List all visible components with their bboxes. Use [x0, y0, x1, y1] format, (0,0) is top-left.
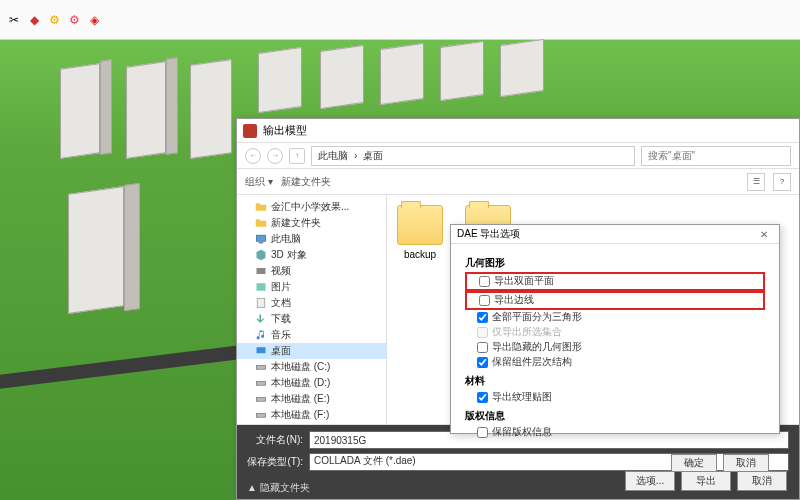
- tree-item[interactable]: 本地磁盘 (F:): [237, 407, 386, 423]
- new-folder-button[interactable]: 新建文件夹: [281, 175, 331, 189]
- close-icon[interactable]: ✕: [755, 225, 773, 243]
- tree-item[interactable]: 新建文件夹: [237, 215, 386, 231]
- svg-rect-3: [257, 283, 266, 291]
- option-checkbox-row[interactable]: 保留组件层次结构: [465, 355, 765, 370]
- export-title: 输出模型: [263, 123, 307, 138]
- scissors-icon[interactable]: ✂: [6, 12, 22, 28]
- export-titlebar: 输出模型: [237, 119, 799, 143]
- tree-item[interactable]: 本地磁盘 (E:): [237, 391, 386, 407]
- nav-up-icon[interactable]: ↑: [289, 148, 305, 164]
- building: [500, 39, 544, 97]
- options-title: DAE 导出选项: [457, 227, 520, 241]
- filetype-label: 保存类型(T):: [247, 455, 303, 469]
- options-titlebar: DAE 导出选项 ✕: [451, 225, 779, 244]
- checkbox-label: 保留组件层次结构: [492, 355, 572, 369]
- tree-item[interactable]: 桌面: [237, 343, 386, 359]
- tree-item[interactable]: 图片: [237, 279, 386, 295]
- credit-header: 版权信息: [465, 409, 765, 423]
- organize-dropdown[interactable]: 组织 ▾: [245, 175, 273, 189]
- dae-options-dialog: DAE 导出选项 ✕ 几何图形 导出双面平面导出边线全部平面分为三角形仅导出所选…: [450, 224, 780, 434]
- red-gem-icon[interactable]: ◈: [86, 12, 102, 28]
- tree-item-label: 本地磁盘 (C:): [271, 360, 330, 374]
- checkbox-label: 全部平面分为三角形: [492, 310, 582, 324]
- material-header: 材料: [465, 374, 765, 388]
- tree-item-label: 桌面: [271, 344, 291, 358]
- tree-item-label: 3D 对象: [271, 248, 307, 262]
- checkbox[interactable]: [477, 312, 488, 323]
- checkbox[interactable]: [479, 295, 490, 306]
- nav-fwd-icon[interactable]: →: [267, 148, 283, 164]
- building: [190, 59, 232, 159]
- folder-icon: [397, 205, 443, 245]
- checkbox[interactable]: [477, 357, 488, 368]
- tree-item[interactable]: 下载: [237, 311, 386, 327]
- option-checkbox-row[interactable]: 导出双面平面: [465, 272, 765, 291]
- folder-item[interactable]: backup: [397, 205, 443, 260]
- option-checkbox-row[interactable]: 导出纹理贴图: [465, 390, 765, 405]
- view-mode-button[interactable]: ☰: [747, 173, 765, 191]
- checkbox-label: 仅导出所选集合: [492, 325, 562, 339]
- tree-item[interactable]: 本地磁盘 (D:): [237, 375, 386, 391]
- checkbox[interactable]: [479, 276, 490, 287]
- tree-item-label: 新建文件夹: [271, 216, 321, 230]
- building: [258, 47, 302, 113]
- svg-rect-5: [257, 347, 266, 353]
- checkbox-label: 导出双面平面: [494, 274, 554, 288]
- option-checkbox-row[interactable]: 保留版权信息: [465, 425, 765, 440]
- svg-rect-6: [257, 366, 266, 370]
- path-row: ← → ↑ 此电脑 › 桌面: [237, 143, 799, 169]
- checkbox-label: 导出边线: [494, 293, 534, 307]
- tree-item[interactable]: 本地磁盘 (C:): [237, 359, 386, 375]
- svg-rect-9: [257, 414, 266, 418]
- nav-back-icon[interactable]: ←: [245, 148, 261, 164]
- building: [124, 183, 140, 311]
- tree-item-label: 金汇中小学效果...: [271, 200, 349, 214]
- toolbar-row: 组织 ▾ 新建文件夹 ☰ ?: [237, 169, 799, 195]
- pink-gear-icon[interactable]: ⚙: [66, 12, 82, 28]
- folder-label: backup: [404, 249, 436, 260]
- red-diamond-icon[interactable]: ◆: [26, 12, 42, 28]
- svg-rect-4: [257, 299, 265, 308]
- checkbox: [477, 327, 488, 338]
- tree-item[interactable]: 3D 对象: [237, 247, 386, 263]
- filename-label: 文件名(N):: [247, 433, 303, 447]
- yellow-gear-icon[interactable]: ⚙: [46, 12, 62, 28]
- main-toolbar: ✂ ◆ ⚙ ⚙ ◈: [0, 0, 800, 40]
- option-checkbox-row[interactable]: 导出边线: [465, 291, 765, 310]
- tree-item-label: 本地磁盘 (F:): [271, 408, 329, 422]
- options-buttons: 确定 取消: [451, 448, 779, 478]
- building: [440, 41, 484, 101]
- checkbox[interactable]: [477, 342, 488, 353]
- checkbox[interactable]: [477, 427, 488, 438]
- building: [60, 63, 100, 159]
- help-button[interactable]: ?: [773, 173, 791, 191]
- tree-item-label: 音乐: [271, 328, 291, 342]
- tree-item-label: 图片: [271, 280, 291, 294]
- tree-item[interactable]: 文档: [237, 295, 386, 311]
- svg-rect-7: [257, 382, 266, 386]
- tree-item-label: 此电脑: [271, 232, 301, 246]
- svg-rect-1: [259, 242, 264, 244]
- tree-item-label: 下载: [271, 312, 291, 326]
- chevron-right-icon: ›: [354, 150, 357, 161]
- tree-item[interactable]: 金汇中小学效果...: [237, 199, 386, 215]
- breadcrumb-seg: 桌面: [363, 149, 383, 163]
- cancel-button[interactable]: 取消: [723, 454, 769, 472]
- sketchup-icon: [243, 124, 257, 138]
- option-checkbox-row[interactable]: 全部平面分为三角形: [465, 310, 765, 325]
- checkbox-label: 导出隐藏的几何图形: [492, 340, 582, 354]
- checkbox[interactable]: [477, 392, 488, 403]
- svg-rect-8: [257, 398, 266, 402]
- checkbox-label: 导出纹理贴图: [492, 390, 552, 404]
- ok-button[interactable]: 确定: [671, 454, 717, 472]
- tree-item[interactable]: 视频: [237, 263, 386, 279]
- breadcrumb[interactable]: 此电脑 › 桌面: [311, 146, 635, 166]
- tree-item[interactable]: 音乐: [237, 327, 386, 343]
- building: [68, 186, 124, 314]
- folder-tree[interactable]: 金汇中小学效果...新建文件夹此电脑3D 对象视频图片文档下载音乐桌面本地磁盘 …: [237, 195, 387, 424]
- tree-item[interactable]: 此电脑: [237, 231, 386, 247]
- building: [100, 59, 112, 155]
- option-checkbox-row[interactable]: 导出隐藏的几何图形: [465, 340, 765, 355]
- search-input[interactable]: [641, 146, 791, 166]
- app-viewport: ✂ ◆ ⚙ ⚙ ◈ 输出模型 ← → ↑ 此电脑 › 桌面: [0, 0, 800, 500]
